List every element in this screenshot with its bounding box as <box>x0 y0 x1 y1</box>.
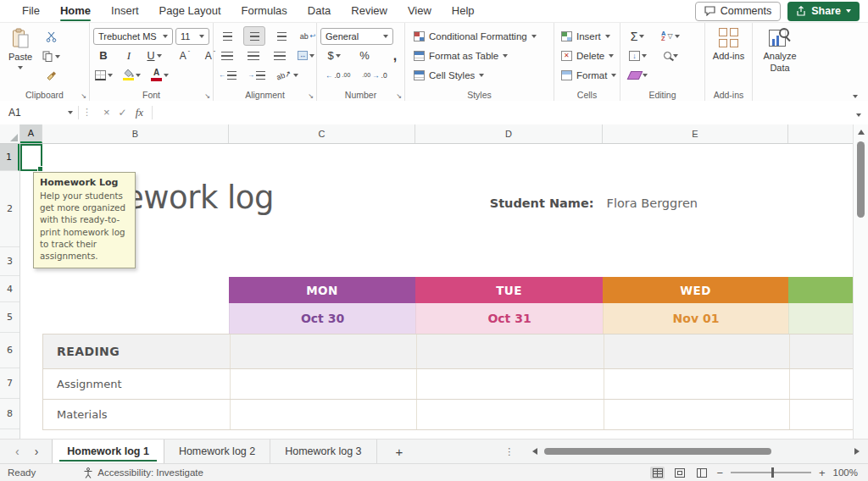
fill-button[interactable]: ↓ <box>627 47 648 64</box>
menu-tab-help[interactable]: Help <box>442 1 485 21</box>
worksheet-grid[interactable]: 1 2 3 4 5 6 7 8 Homework log Homework Lo… <box>0 144 868 439</box>
row-header-3[interactable]: 3 <box>0 247 19 276</box>
column-header-c[interactable]: C <box>229 124 415 143</box>
cell[interactable] <box>230 334 416 368</box>
percent-style-button[interactable]: % <box>354 47 375 64</box>
cell[interactable] <box>230 369 416 399</box>
addins-button[interactable]: Add-ins <box>709 26 748 63</box>
font-size-combo[interactable]: 11 <box>175 28 209 45</box>
name-box-resize-handle[interactable]: ⋮ <box>78 106 95 120</box>
row-header-2[interactable]: 2 <box>0 171 19 247</box>
cell[interactable] <box>789 400 853 429</box>
menu-tab-home[interactable]: Home <box>50 1 101 21</box>
row-label-assignment[interactable]: Assignment <box>43 369 230 399</box>
accounting-format-button[interactable]: $ <box>324 47 344 64</box>
cell[interactable] <box>789 369 853 399</box>
day-header-mon[interactable]: MON <box>229 277 415 303</box>
align-left-button[interactable] <box>217 47 237 64</box>
row-header-8[interactable]: 8 <box>0 399 19 429</box>
name-box[interactable]: A1 <box>0 101 78 124</box>
row-header-7[interactable]: 7 <box>0 368 19 399</box>
horizontal-scrollbar[interactable] <box>532 440 861 463</box>
horizontal-scrollbar-thumb[interactable] <box>544 448 771 455</box>
font-dialog-launcher[interactable]: ↘ <box>204 92 210 100</box>
alignment-dialog-launcher[interactable]: ↘ <box>308 92 314 100</box>
bottom-align-button[interactable] <box>271 27 292 45</box>
autosum-button[interactable]: Σ <box>627 27 648 45</box>
italic-button[interactable]: I <box>119 47 139 64</box>
format-cells-button[interactable]: Format <box>576 70 607 80</box>
normal-view-button[interactable] <box>650 467 665 479</box>
sheet-nav-right-icon[interactable]: › <box>35 445 39 458</box>
sheet-tab-1[interactable]: Homework log 1 <box>52 440 164 463</box>
copy-button[interactable] <box>41 47 62 65</box>
enter-button[interactable]: ✓ <box>119 107 127 119</box>
scroll-right-arrow-icon[interactable] <box>854 448 860 455</box>
row-header-6[interactable]: 6 <box>0 333 19 368</box>
decrease-decimal-button[interactable]: .00→.0 <box>360 66 388 84</box>
page-break-view-button[interactable] <box>694 467 709 479</box>
scroll-up-arrow-icon[interactable] <box>858 130 865 135</box>
sheet-tab-3[interactable]: Homework log 3 <box>270 440 376 463</box>
increase-font-button[interactable]: Aˆ <box>175 47 195 64</box>
center-button[interactable] <box>243 47 264 64</box>
date-cell-mon[interactable]: Oct 30 <box>229 303 415 334</box>
share-button[interactable]: Share <box>787 2 860 21</box>
selected-cell-a1[interactable] <box>20 144 42 171</box>
cut-button[interactable] <box>41 28 62 46</box>
zoom-in-button[interactable]: + <box>819 467 826 479</box>
row-label-materials[interactable]: Materials <box>43 400 230 429</box>
format-as-table-button[interactable]: Format as Table <box>429 51 498 61</box>
formula-input[interactable] <box>153 101 849 124</box>
column-header-d[interactable]: D <box>415 124 603 143</box>
student-name-value[interactable]: Flora Berggren <box>607 196 698 210</box>
cell[interactable] <box>789 334 853 368</box>
cell[interactable] <box>604 369 789 399</box>
menu-tab-insert[interactable]: Insert <box>101 1 149 21</box>
comments-button[interactable]: Comments <box>695 2 781 21</box>
column-header-e[interactable]: E <box>603 124 788 143</box>
top-align-button[interactable] <box>217 27 237 45</box>
comma-style-button[interactable]: , <box>385 47 405 64</box>
vertical-scrollbar[interactable] <box>853 124 868 439</box>
find-select-button[interactable] <box>660 47 681 64</box>
insert-cells-button[interactable]: Insert <box>576 31 601 41</box>
conditional-formatting-button[interactable]: Conditional Formatting <box>429 31 527 41</box>
menu-tab-file[interactable]: File <box>12 1 50 21</box>
scroll-left-arrow-icon[interactable] <box>532 448 537 455</box>
select-all-button[interactable] <box>0 124 20 143</box>
day-header-tue[interactable]: TUE <box>415 277 603 303</box>
menu-tab-page-layout[interactable]: Page Layout <box>149 1 231 21</box>
menu-tab-review[interactable]: Review <box>341 1 398 21</box>
increase-indent-button[interactable]: → <box>246 66 267 84</box>
bold-button[interactable]: B <box>93 47 114 64</box>
cell[interactable] <box>416 369 604 399</box>
clear-button[interactable] <box>627 66 649 84</box>
orientation-button[interactable]: ab↗ <box>275 66 300 84</box>
decrease-indent-button[interactable]: ← <box>217 66 238 84</box>
sheet-tab-2[interactable]: Homework log 2 <box>164 440 270 463</box>
cell-styles-button[interactable]: Cell Styles <box>429 70 475 80</box>
number-dialog-launcher[interactable]: ↘ <box>396 92 402 100</box>
column-header-b[interactable]: B <box>42 124 229 143</box>
day-header-wed[interactable]: WED <box>603 277 788 303</box>
sort-filter-button[interactable]: AZ▽ <box>659 27 682 45</box>
menu-tab-formulas[interactable]: Formulas <box>231 1 298 21</box>
menu-tab-view[interactable]: View <box>398 1 442 21</box>
merge-center-button[interactable]: ↔ <box>296 47 316 64</box>
date-cell-thu-partial[interactable] <box>788 303 853 334</box>
new-sheet-button[interactable]: + <box>377 440 422 463</box>
cell[interactable] <box>230 400 416 429</box>
clipboard-dialog-launcher[interactable]: ↘ <box>81 92 86 100</box>
align-right-button[interactable] <box>270 47 290 64</box>
tab-bar-resize-handle[interactable]: ⋮ <box>492 440 526 463</box>
font-name-combo[interactable]: Trebuchet MS <box>93 28 173 45</box>
expand-formula-bar-chevron-icon[interactable] <box>849 105 868 120</box>
middle-align-button[interactable] <box>243 26 265 46</box>
fill-handle[interactable] <box>37 166 43 172</box>
paste-button[interactable]: Paste <box>3 26 37 85</box>
format-painter-button[interactable] <box>41 67 62 85</box>
fill-color-button[interactable] <box>121 66 142 84</box>
cancel-button[interactable]: × <box>103 106 110 119</box>
zoom-slider-thumb[interactable] <box>771 467 775 478</box>
